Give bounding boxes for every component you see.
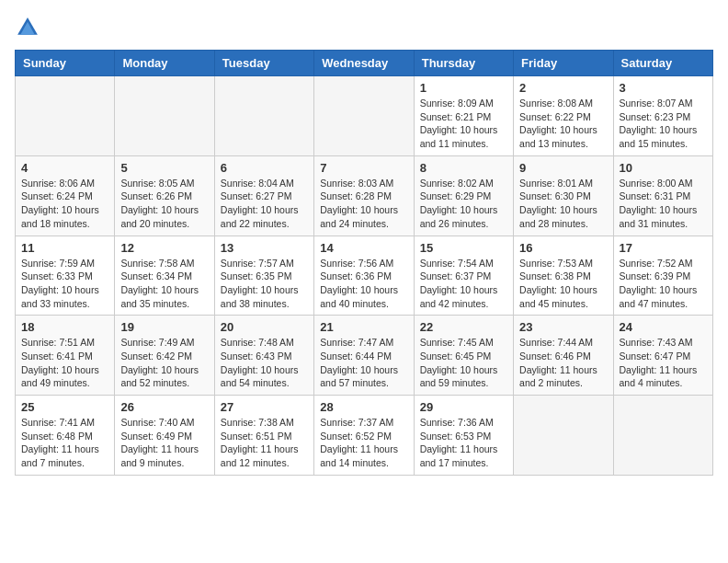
day-info: Sunrise: 7:37 AM Sunset: 6:52 PM Dayligh…	[320, 417, 398, 468]
calendar-cell: 10Sunrise: 8:00 AM Sunset: 6:31 PM Dayli…	[613, 155, 712, 236]
day-info: Sunrise: 8:01 AM Sunset: 6:30 PM Dayligh…	[519, 178, 597, 229]
day-info: Sunrise: 7:53 AM Sunset: 6:38 PM Dayligh…	[519, 258, 597, 309]
day-info: Sunrise: 8:02 AM Sunset: 6:29 PM Dayligh…	[420, 178, 498, 229]
day-number: 1	[420, 81, 507, 95]
calendar-cell: 21Sunrise: 7:47 AM Sunset: 6:44 PM Dayli…	[314, 316, 414, 396]
calendar-week-4: 18Sunrise: 7:51 AM Sunset: 6:41 PM Dayli…	[16, 316, 713, 396]
column-header-thursday: Thursday	[414, 51, 513, 76]
day-info: Sunrise: 8:08 AM Sunset: 6:22 PM Dayligh…	[519, 98, 597, 149]
day-info: Sunrise: 7:48 AM Sunset: 6:43 PM Dayligh…	[221, 337, 299, 388]
day-info: Sunrise: 8:06 AM Sunset: 6:24 PM Dayligh…	[21, 178, 99, 229]
column-header-monday: Monday	[115, 51, 214, 76]
day-info: Sunrise: 7:54 AM Sunset: 6:37 PM Dayligh…	[420, 258, 498, 309]
day-info: Sunrise: 7:52 AM Sunset: 6:39 PM Dayligh…	[620, 258, 698, 309]
day-info: Sunrise: 7:49 AM Sunset: 6:42 PM Dayligh…	[120, 337, 199, 388]
calendar-cell: 18Sunrise: 7:51 AM Sunset: 6:41 PM Dayli…	[16, 316, 115, 396]
day-info: Sunrise: 7:40 AM Sunset: 6:49 PM Dayligh…	[120, 417, 199, 468]
calendar-table: SundayMondayTuesdayWednesdayThursdayFrid…	[15, 50, 713, 476]
calendar-cell: 14Sunrise: 7:56 AM Sunset: 6:36 PM Dayli…	[314, 236, 414, 316]
day-number: 23	[519, 320, 607, 334]
calendar-cell: 5Sunrise: 8:05 AM Sunset: 6:26 PM Daylig…	[115, 155, 214, 236]
day-info: Sunrise: 7:47 AM Sunset: 6:44 PM Dayligh…	[320, 337, 398, 388]
day-number: 25	[21, 400, 108, 414]
day-number: 2	[519, 81, 607, 95]
day-number: 7	[320, 161, 407, 175]
day-number: 12	[120, 241, 208, 255]
day-info: Sunrise: 7:41 AM Sunset: 6:48 PM Dayligh…	[21, 417, 99, 468]
calendar-cell: 12Sunrise: 7:58 AM Sunset: 6:34 PM Dayli…	[115, 236, 214, 316]
calendar-week-5: 25Sunrise: 7:41 AM Sunset: 6:48 PM Dayli…	[16, 396, 713, 476]
calendar-cell: 25Sunrise: 7:41 AM Sunset: 6:48 PM Dayli…	[16, 396, 115, 476]
day-info: Sunrise: 8:07 AM Sunset: 6:23 PM Dayligh…	[620, 98, 698, 149]
day-info: Sunrise: 7:36 AM Sunset: 6:53 PM Dayligh…	[420, 417, 498, 468]
calendar-header-row: SundayMondayTuesdayWednesdayThursdayFrid…	[16, 51, 713, 76]
day-info: Sunrise: 7:44 AM Sunset: 6:46 PM Dayligh…	[519, 337, 597, 388]
column-header-sunday: Sunday	[16, 51, 115, 76]
calendar-cell: 23Sunrise: 7:44 AM Sunset: 6:46 PM Dayli…	[514, 316, 613, 396]
column-header-saturday: Saturday	[613, 51, 712, 76]
day-number: 10	[620, 161, 707, 175]
page-header	[15, 15, 713, 40]
day-number: 24	[620, 320, 707, 334]
calendar-cell: 3Sunrise: 8:07 AM Sunset: 6:23 PM Daylig…	[613, 76, 712, 156]
day-info: Sunrise: 8:00 AM Sunset: 6:31 PM Dayligh…	[620, 178, 698, 229]
column-header-friday: Friday	[514, 51, 613, 76]
day-number: 21	[320, 320, 407, 334]
day-number: 28	[320, 400, 407, 414]
calendar-cell: 28Sunrise: 7:37 AM Sunset: 6:52 PM Dayli…	[314, 396, 414, 476]
day-number: 3	[620, 81, 707, 95]
calendar-week-2: 4Sunrise: 8:06 AM Sunset: 6:24 PM Daylig…	[16, 155, 713, 236]
day-info: Sunrise: 7:51 AM Sunset: 6:41 PM Dayligh…	[21, 337, 99, 388]
calendar-cell: 6Sunrise: 8:04 AM Sunset: 6:27 PM Daylig…	[214, 155, 313, 236]
day-info: Sunrise: 7:59 AM Sunset: 6:33 PM Dayligh…	[21, 258, 99, 309]
day-number: 4	[21, 161, 108, 175]
column-header-tuesday: Tuesday	[214, 51, 313, 76]
calendar-cell: 8Sunrise: 8:02 AM Sunset: 6:29 PM Daylig…	[414, 155, 513, 236]
calendar-cell: 26Sunrise: 7:40 AM Sunset: 6:49 PM Dayli…	[115, 396, 214, 476]
calendar-cell: 27Sunrise: 7:38 AM Sunset: 6:51 PM Dayli…	[214, 396, 313, 476]
day-number: 18	[21, 320, 108, 334]
calendar-cell: 11Sunrise: 7:59 AM Sunset: 6:33 PM Dayli…	[16, 236, 115, 316]
day-info: Sunrise: 7:57 AM Sunset: 6:35 PM Dayligh…	[221, 258, 299, 309]
column-header-wednesday: Wednesday	[314, 51, 414, 76]
day-info: Sunrise: 7:45 AM Sunset: 6:45 PM Dayligh…	[420, 337, 498, 388]
day-number: 27	[221, 400, 308, 414]
day-info: Sunrise: 7:38 AM Sunset: 6:51 PM Dayligh…	[221, 417, 299, 468]
day-info: Sunrise: 7:56 AM Sunset: 6:36 PM Dayligh…	[320, 258, 398, 309]
day-info: Sunrise: 7:58 AM Sunset: 6:34 PM Dayligh…	[120, 258, 199, 309]
day-number: 9	[519, 161, 607, 175]
day-number: 26	[120, 400, 208, 414]
calendar-cell: 24Sunrise: 7:43 AM Sunset: 6:47 PM Dayli…	[613, 316, 712, 396]
calendar-cell: 7Sunrise: 8:03 AM Sunset: 6:28 PM Daylig…	[314, 155, 414, 236]
day-number: 8	[420, 161, 507, 175]
calendar-cell: 16Sunrise: 7:53 AM Sunset: 6:38 PM Dayli…	[514, 236, 613, 316]
calendar-cell	[16, 76, 115, 156]
day-number: 14	[320, 241, 407, 255]
calendar-cell: 1Sunrise: 8:09 AM Sunset: 6:21 PM Daylig…	[414, 76, 513, 156]
day-number: 6	[221, 161, 308, 175]
day-number: 13	[221, 241, 308, 255]
day-number: 20	[221, 320, 308, 334]
calendar-cell	[214, 76, 313, 156]
day-number: 29	[420, 400, 507, 414]
calendar-cell	[514, 396, 613, 476]
day-number: 5	[120, 161, 208, 175]
calendar-cell: 9Sunrise: 8:01 AM Sunset: 6:30 PM Daylig…	[514, 155, 613, 236]
calendar-cell: 20Sunrise: 7:48 AM Sunset: 6:43 PM Dayli…	[214, 316, 313, 396]
calendar-cell	[115, 76, 214, 156]
day-info: Sunrise: 8:09 AM Sunset: 6:21 PM Dayligh…	[420, 98, 498, 149]
calendar-cell	[613, 396, 712, 476]
calendar-cell: 17Sunrise: 7:52 AM Sunset: 6:39 PM Dayli…	[613, 236, 712, 316]
day-number: 22	[420, 320, 507, 334]
calendar-cell: 22Sunrise: 7:45 AM Sunset: 6:45 PM Dayli…	[414, 316, 513, 396]
logo	[15, 15, 44, 40]
day-number: 16	[519, 241, 607, 255]
calendar-cell: 4Sunrise: 8:06 AM Sunset: 6:24 PM Daylig…	[16, 155, 115, 236]
day-number: 19	[120, 320, 208, 334]
calendar-cell: 2Sunrise: 8:08 AM Sunset: 6:22 PM Daylig…	[514, 76, 613, 156]
calendar-week-3: 11Sunrise: 7:59 AM Sunset: 6:33 PM Dayli…	[16, 236, 713, 316]
calendar-cell: 19Sunrise: 7:49 AM Sunset: 6:42 PM Dayli…	[115, 316, 214, 396]
calendar-cell	[314, 76, 414, 156]
calendar-cell: 15Sunrise: 7:54 AM Sunset: 6:37 PM Dayli…	[414, 236, 513, 316]
logo-icon	[15, 15, 40, 40]
